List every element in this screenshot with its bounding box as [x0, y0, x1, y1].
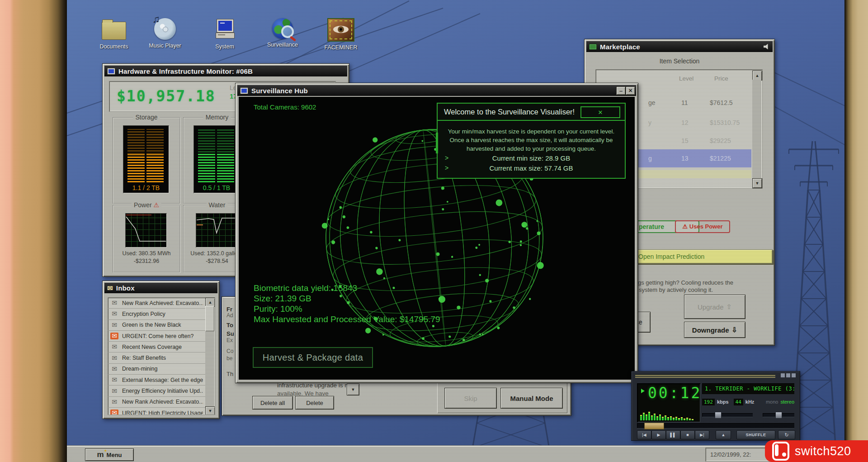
desktop-icon-faceminer[interactable]: FACEMINER: [320, 18, 362, 51]
minimize-button[interactable]: –: [616, 86, 626, 95]
computer-icon: [216, 19, 234, 40]
eject-button[interactable]: ▲: [716, 430, 731, 439]
arrow-down-icon: ▼: [755, 181, 760, 186]
inbox-row[interactable]: ✉External Message: Get the edge...: [108, 375, 205, 386]
player-close-icon[interactable]: [792, 373, 796, 377]
player-shade-icon[interactable]: [786, 373, 790, 377]
inbox-list[interactable]: ✉New Rank Achieved: Excavato... ✉Encrypt…: [108, 297, 215, 415]
desktop-icon-surveillance[interactable]: Surveillance: [263, 18, 302, 48]
delete-all-button[interactable]: Delete all: [252, 396, 293, 410]
inbox-row[interactable]: ✉URGENT: Come here often?: [108, 331, 205, 342]
datetime-display: 12/02/1999, 22:: [710, 451, 751, 458]
game-screen: Documents ♫ Music Player System: [0, 0, 868, 462]
marketplace-titlebar[interactable]: Marketplace: [586, 41, 773, 52]
previous-button[interactable]: |◀: [637, 430, 651, 439]
time-display[interactable]: 00:12: [648, 384, 702, 402]
inbox-scrollbar-track[interactable]: [205, 306, 214, 406]
cd-icon: ♫: [154, 18, 176, 40]
column-header-price: Price: [714, 75, 728, 82]
storage-group: Storage 1.1 / 2 TB: [113, 117, 180, 204]
envelope-icon: ✉: [110, 376, 118, 383]
surveillance-hub-title: Surveillance Hub: [251, 87, 308, 95]
inbox-row[interactable]: ✉Recent News Coverage: [108, 342, 205, 352]
balance-thumb[interactable]: [775, 412, 782, 419]
scrollbar-track[interactable]: [752, 80, 761, 178]
bezel-right: [844, 0, 868, 462]
surveillance-hub-titlebar[interactable]: Surveillance Hub: [237, 85, 636, 96]
folder-icon: [102, 22, 126, 40]
power-label: Power: [134, 201, 152, 209]
desktop-icon-documents[interactable]: Documents: [94, 18, 134, 50]
desktop-icon-system[interactable]: System: [205, 18, 245, 50]
message-scroll-down-button[interactable]: ▼: [347, 384, 359, 395]
delete-button[interactable]: Delete: [295, 396, 334, 410]
envelope-icon: ✉: [110, 310, 118, 317]
surveillance-canvas: Total Cameras: 9602 Biometric data yield…: [239, 97, 635, 380]
inbox-row[interactable]: ✉Energy Efficiency Initiative Upd...: [108, 386, 205, 396]
stop-button[interactable]: ■: [680, 430, 695, 439]
close-button[interactable]: ✕: [626, 86, 635, 95]
seek-bar[interactable]: [637, 423, 794, 428]
lcd-panel: 00:12: [637, 383, 700, 422]
inbox-row[interactable]: ✉New Rank Achieved: Excavato...: [108, 298, 205, 309]
desktop-icon-music-player[interactable]: ♫ Music Player: [145, 18, 185, 49]
envelope-icon: ✉: [110, 355, 118, 362]
inbox-titlebar[interactable]: ✉ Inbox: [104, 283, 217, 293]
envelope-icon: ✉: [110, 399, 118, 405]
bitrate-unit: kbps: [717, 399, 729, 405]
surveillance-hub-window: Surveillance Hub – ✕ Total Cameras: 9602…: [235, 83, 638, 383]
inbox-row[interactable]: ✉Dream-mining: [108, 364, 205, 375]
inbox-scroll-up-button[interactable]: ▲: [205, 298, 215, 307]
play-indicator-icon: [641, 389, 645, 393]
play-button[interactable]: ▶: [651, 430, 666, 439]
manual-mode-button[interactable]: Manual Mode: [500, 388, 563, 409]
seek-thumb[interactable]: [644, 423, 664, 429]
shuffle-button[interactable]: SHUFFLE: [736, 430, 775, 439]
arrow-down-icon: ▼: [208, 409, 212, 413]
inbox-subject: Encryption Policy: [122, 311, 165, 317]
desktop-icon-label: Documents: [94, 43, 134, 50]
downgrade-button[interactable]: Downgrade⇩: [684, 322, 745, 338]
upgrade-button[interactable]: Upgrade⇧: [684, 295, 745, 319]
marketplace-title: Marketplace: [600, 43, 640, 51]
scroll-up-button[interactable]: ▲: [752, 71, 762, 81]
volume-slider[interactable]: [702, 413, 753, 417]
repeat-button[interactable]: ↻: [778, 430, 795, 439]
player-titlebar[interactable]: [635, 374, 775, 378]
speaker-icon[interactable]: [764, 44, 770, 50]
envelope-icon: ✉: [110, 366, 118, 372]
pause-button[interactable]: ▌▌: [666, 430, 680, 439]
envelope-icon: ✉: [110, 388, 118, 395]
inbox-row[interactable]: ✉Re: Staff Benefits: [108, 352, 205, 363]
message-field-fragment: Su: [226, 330, 234, 337]
globe-search-icon: [272, 18, 293, 39]
inbox-scroll-down-button[interactable]: ▼: [205, 406, 215, 415]
welcome-dialog-close-button[interactable]: ✕: [580, 106, 620, 118]
player-minimize-icon[interactable]: [781, 373, 785, 377]
inbox-row[interactable]: ✉Green is the New Black: [108, 320, 205, 331]
welcome-dialog-title: Welcome to the Surveillance Visualiser!: [444, 108, 575, 116]
inbox-icon: ✉: [107, 285, 113, 291]
volume-thumb[interactable]: [715, 412, 722, 419]
harvest-package-button[interactable]: Harvest & Package data: [253, 347, 373, 368]
balance-slider[interactable]: [763, 413, 794, 417]
memory-label: Memory: [203, 114, 231, 121]
power-group: Power ⚠ Used: 380.35 MWh -$2312.96: [113, 205, 180, 273]
inbox-scroll-thumb[interactable]: [205, 306, 214, 331]
inbox-window: ✉ Inbox ✉New Rank Achieved: Excavato... …: [102, 281, 220, 419]
menu-button[interactable]: m✦ Menu: [85, 448, 134, 461]
envelope-icon: ✉: [110, 410, 118, 415]
inbox-row[interactable]: ✉New Rank Achieved: Excavato...: [108, 397, 205, 408]
inbox-row[interactable]: ✉Encryption Policy: [108, 309, 205, 319]
envelope-icon: ✉: [110, 333, 118, 339]
faceminer-logo-icon: m✦: [97, 450, 104, 459]
inbox-row[interactable]: ✉URGENT: High Electricity Usage: [108, 408, 205, 415]
water-label: Water: [207, 201, 228, 209]
scroll-down-button[interactable]: ▼: [752, 178, 762, 188]
hardware-monitor-titlebar[interactable]: Hardware & Infrastructure Monitor: #06B: [104, 66, 347, 76]
dialog-body-line: harvested and added to your processing q…: [438, 144, 625, 153]
power-graph: [125, 213, 167, 248]
next-button[interactable]: ▶|: [695, 430, 709, 439]
skip-button[interactable]: Skip: [444, 388, 497, 409]
track-title-display[interactable]: 1. TEKRIDER - WORKLIFE (3:48): [702, 383, 794, 394]
